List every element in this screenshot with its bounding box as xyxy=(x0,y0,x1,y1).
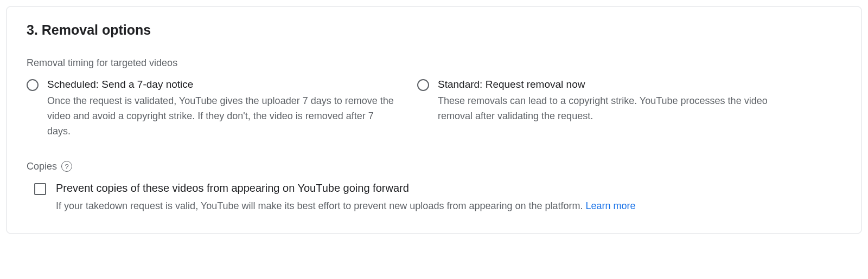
removal-options-panel: 3. Removal options Removal timing for ta… xyxy=(7,7,861,233)
prevent-copies-desc-text: If your takedown request is valid, YouTu… xyxy=(56,200,586,211)
prevent-copies-checkbox[interactable] xyxy=(34,183,46,195)
option-standard[interactable]: Standard: Request removal now These remo… xyxy=(417,79,786,139)
removal-timing-options: Scheduled: Send a 7-day notice Once the … xyxy=(27,79,841,139)
option-scheduled[interactable]: Scheduled: Send a 7-day notice Once the … xyxy=(27,79,395,139)
radio-icon xyxy=(27,79,39,91)
prevent-copies-title: Prevent copies of these videos from appe… xyxy=(56,182,636,194)
prevent-copies-row: Prevent copies of these videos from appe… xyxy=(34,182,841,213)
option-scheduled-title: Scheduled: Send a 7-day notice xyxy=(47,79,395,90)
copies-label: Copies xyxy=(27,161,57,172)
option-standard-text: Standard: Request removal now These remo… xyxy=(438,79,786,124)
radio-icon xyxy=(417,79,429,91)
learn-more-link[interactable]: Learn more xyxy=(586,200,636,211)
option-standard-title: Standard: Request removal now xyxy=(438,79,786,90)
option-scheduled-text: Scheduled: Send a 7-day notice Once the … xyxy=(47,79,395,139)
copies-label-row: Copies ? xyxy=(27,161,841,172)
option-standard-desc: These removals can lead to a copyright s… xyxy=(438,94,786,124)
prevent-copies-desc: If your takedown request is valid, YouTu… xyxy=(56,199,636,213)
timing-label: Removal timing for targeted videos xyxy=(27,57,841,69)
prevent-copies-text: Prevent copies of these videos from appe… xyxy=(56,182,636,213)
section-heading: 3. Removal options xyxy=(27,22,841,38)
help-icon[interactable]: ? xyxy=(61,161,72,172)
option-scheduled-desc: Once the request is validated, YouTube g… xyxy=(47,94,395,139)
